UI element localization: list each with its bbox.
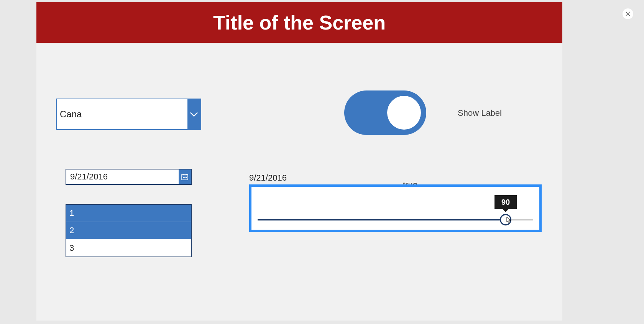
toggle-label: Show Label — [458, 108, 502, 118]
screen-canvas: Title of the Screen Cana Show Label 9/21… — [36, 2, 562, 321]
chevron-down-icon[interactable] — [187, 99, 200, 129]
slider-thumb[interactable] — [500, 214, 511, 225]
header-bar: Title of the Screen — [36, 2, 562, 43]
close-button[interactable] — [623, 8, 633, 19]
list-item[interactable]: 2 — [66, 222, 191, 239]
date-display-label: 9/21/2016 — [249, 173, 287, 183]
combobox-value: Cana — [60, 109, 82, 120]
svg-rect-6 — [186, 177, 187, 178]
date-picker-value: 9/21/2016 — [66, 172, 179, 182]
listbox[interactable]: 1 2 3 — [66, 204, 192, 257]
date-picker[interactable]: 9/21/2016 — [66, 169, 192, 185]
slider-fill — [258, 219, 506, 220]
svg-rect-4 — [183, 177, 184, 178]
close-icon — [626, 12, 630, 16]
toggle-thumb — [387, 96, 421, 130]
slider-tooltip-value: 90 — [501, 198, 510, 207]
slider-tooltip: 90 — [495, 195, 517, 209]
list-item[interactable]: 1 — [66, 205, 191, 222]
screen-title: Title of the Screen — [213, 11, 386, 34]
combobox[interactable]: Cana — [56, 99, 201, 130]
toggle-switch[interactable] — [344, 90, 426, 135]
slider-container[interactable]: 90 — [249, 184, 542, 232]
svg-rect-5 — [184, 177, 186, 178]
list-item[interactable]: 3 — [66, 239, 191, 257]
calendar-icon[interactable] — [179, 169, 191, 184]
